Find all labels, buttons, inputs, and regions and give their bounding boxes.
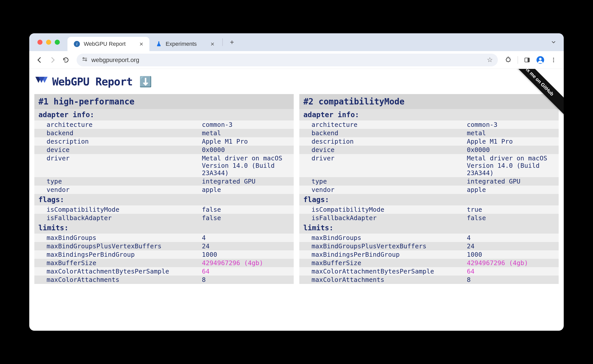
toolbar-separator (518, 56, 518, 64)
row-key: maxBindGroupsPlusVertexBuffers (34, 242, 200, 250)
extensions-icon[interactable] (503, 54, 514, 66)
favicon-icon: i (74, 41, 80, 47)
row-key: type (299, 177, 465, 186)
table-row: architecturecommon-3 (299, 120, 559, 129)
row-value: true (465, 205, 559, 214)
url-input[interactable]: webgpureport.org ☆ (77, 54, 498, 66)
table-row: maxColorAttachments8 (34, 276, 294, 284)
table-row: isCompatibilityModetrue (299, 205, 559, 214)
table-row: maxBufferSize4294967296 (4gb) (34, 259, 294, 267)
table-row: maxColorAttachments8 (299, 276, 559, 284)
reload-button[interactable] (60, 54, 72, 66)
section-rows: isCompatibilityModefalseisFallbackAdapte… (34, 205, 294, 222)
site-settings-icon[interactable] (82, 56, 88, 64)
row-key: maxColorAttachments (299, 276, 465, 284)
row-key: maxBindingsPerBindGroup (299, 250, 465, 259)
table-row: isFallbackAdapterfalse (299, 214, 559, 222)
table-row: isCompatibilityModefalse (34, 205, 294, 214)
tab-divider (222, 38, 223, 46)
row-value: apple (465, 186, 559, 194)
svg-text:i: i (76, 42, 78, 46)
svg-point-8 (539, 58, 542, 60)
download-button[interactable]: ⬇️ (139, 76, 152, 88)
column-title: #2 compatibilityMode (299, 94, 559, 109)
webgpu-logo-icon (35, 77, 48, 87)
forward-button[interactable] (47, 54, 58, 66)
section-rows: isCompatibilityModetrueisFallbackAdapter… (299, 205, 559, 222)
row-key: maxColorAttachmentBytesPerSample (299, 267, 465, 276)
tabs-dropdown-button[interactable] (548, 37, 559, 47)
row-value: 64 (200, 267, 294, 276)
table-row: backendmetal (34, 129, 294, 137)
page-content: Fix me on GitHub WebGPU Report ⬇️ #1 hig… (29, 69, 564, 331)
svg-point-4 (86, 60, 87, 61)
close-tab-icon[interactable]: × (210, 40, 214, 48)
row-key: driver (34, 154, 200, 177)
back-button[interactable] (34, 54, 45, 66)
minimize-window-button[interactable] (46, 40, 51, 45)
tab-webgpu-report[interactable]: i WebGPU Report × (67, 37, 149, 51)
row-value: metal (200, 129, 294, 137)
bookmark-star-icon[interactable]: ☆ (487, 56, 493, 64)
table-row: driverMetal driver on macOS Version 14.0… (34, 154, 294, 177)
adapter-column: #2 compatibilityModeadapter info:archite… (299, 94, 559, 284)
row-value: 4 (465, 234, 559, 242)
sidepanel-icon[interactable] (521, 54, 533, 66)
row-key: description (34, 137, 200, 146)
section-title: adapter info: (299, 109, 559, 120)
table-row: vendorapple (299, 186, 559, 194)
adapter-column: #1 high-performanceadapter info:architec… (34, 94, 294, 284)
row-key: isFallbackAdapter (299, 214, 465, 222)
page-title: WebGPU Report (52, 75, 133, 88)
section-title: flags: (34, 194, 294, 205)
new-tab-button[interactable]: + (227, 37, 237, 47)
row-key: maxBufferSize (34, 259, 200, 267)
section-rows: maxBindGroups4maxBindGroupsPlusVertexBuf… (34, 234, 294, 284)
table-row: maxBindingsPerBindGroup1000 (34, 250, 294, 259)
row-key: maxColorAttachments (34, 276, 200, 284)
close-tab-icon[interactable]: × (139, 40, 143, 48)
table-row: maxBindingsPerBindGroup1000 (299, 250, 559, 259)
tab-experiments[interactable]: Experiments × (149, 37, 220, 51)
row-value: 1000 (200, 250, 294, 259)
row-key: maxBindingsPerBindGroup (34, 250, 200, 259)
row-value: 64 (465, 267, 559, 276)
profile-button[interactable] (535, 54, 546, 66)
row-value: 8 (465, 276, 559, 284)
row-value: common-3 (200, 120, 294, 129)
section-title: limits: (34, 222, 294, 234)
table-row: driverMetal driver on macOS Version 14.0… (299, 154, 559, 177)
row-key: isFallbackAdapter (34, 214, 200, 222)
row-value: Apple M1 Pro (465, 137, 559, 146)
row-value: false (465, 214, 559, 222)
profile-avatar-icon (536, 56, 544, 64)
table-row: descriptionApple M1 Pro (299, 137, 559, 146)
table-row: descriptionApple M1 Pro (34, 137, 294, 146)
close-window-button[interactable] (37, 40, 43, 45)
row-value: integrated GPU (465, 177, 559, 186)
section-rows: maxBindGroups4maxBindGroupsPlusVertexBuf… (299, 234, 559, 284)
maximize-window-button[interactable] (55, 40, 60, 45)
row-key: driver (299, 154, 465, 177)
table-row: isFallbackAdapterfalse (34, 214, 294, 222)
row-value: 24 (465, 242, 559, 250)
row-value: 4 (200, 234, 294, 242)
table-row: maxBufferSize4294967296 (4gb) (299, 259, 559, 267)
row-value: false (200, 205, 294, 214)
table-row: maxColorAttachmentBytesPerSample64 (299, 267, 559, 276)
row-key: vendor (34, 186, 200, 194)
page-header: WebGPU Report ⬇️ (34, 74, 559, 94)
section-title: limits: (299, 222, 559, 234)
row-value: 24 (200, 242, 294, 250)
row-key: vendor (299, 186, 465, 194)
overflow-menu-button[interactable] (548, 54, 559, 66)
section-rows: architecturecommon-3backendmetaldescript… (299, 120, 559, 194)
row-key: architecture (299, 120, 465, 129)
svg-point-10 (553, 59, 554, 60)
row-key: backend (299, 129, 465, 137)
row-value: 4294967296 (4gb) (465, 259, 559, 267)
window-controls (37, 40, 60, 45)
url-text: webgpureport.org (91, 56, 139, 64)
svg-point-9 (553, 58, 554, 59)
row-value: metal (465, 129, 559, 137)
